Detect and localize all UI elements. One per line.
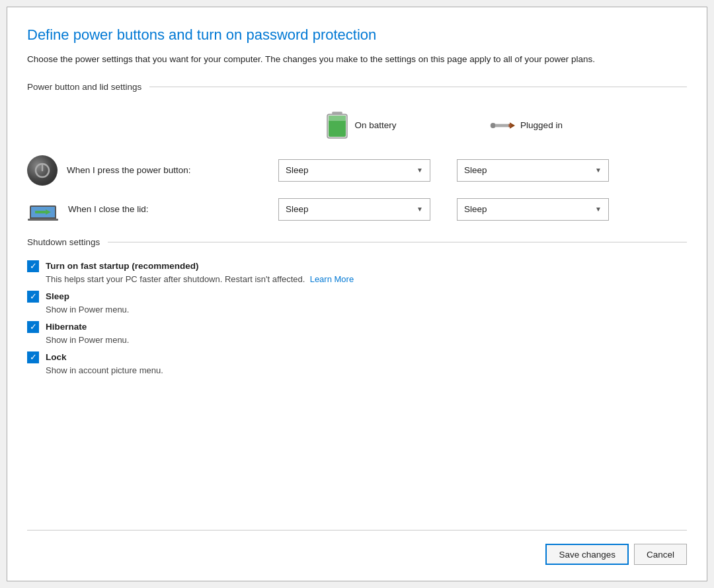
lid-row-label: When I close the lid: [68, 204, 149, 214]
lock-checkbox[interactable]: ✓ [27, 351, 39, 363]
lid-battery-dropdown[interactable]: Sleep ▼ [278, 198, 430, 221]
lock-desc: Show in account picture menu. [46, 365, 687, 375]
power-button-icon [27, 155, 58, 186]
lid-row: When I close the lid: Sleep ▼ Sleep ▼ [27, 198, 687, 221]
learn-more-link[interactable]: Learn More [310, 274, 354, 284]
page-title: Define power buttons and turn on passwor… [27, 26, 687, 45]
hibernate-desc: Show in Power menu. [46, 335, 687, 345]
hibernate-checkbox[interactable]: ✓ [27, 321, 39, 333]
svg-point-4 [491, 123, 496, 128]
section2-title: Shutdown settings [27, 237, 100, 247]
power-button-battery-arrow: ▼ [416, 166, 423, 174]
plugged-column-label: Plugged in [520, 120, 563, 130]
bottom-bar: Save changes Cancel [27, 530, 687, 565]
section1-header: Power button and lid settings [27, 82, 687, 92]
battery-icon [325, 112, 349, 139]
plugged-column-header: Plugged in [444, 110, 609, 146]
fast-startup-row: ✓ Turn on fast startup (recommended) [27, 260, 687, 272]
lid-battery-arrow: ▼ [416, 205, 423, 213]
fast-startup-checkbox[interactable]: ✓ [27, 260, 39, 272]
sleep-row: ✓ Sleep [27, 291, 687, 303]
lid-plugged-arrow: ▼ [595, 205, 602, 213]
main-window: Define power buttons and turn on passwor… [7, 7, 707, 581]
lid-plugged-dropdown[interactable]: Sleep ▼ [457, 198, 609, 221]
power-button-label-group: When I press the power button: [27, 155, 278, 186]
page-description: Choose the power settings that you want … [27, 53, 675, 66]
power-button-battery-value: Sleep [286, 165, 309, 175]
section1-divider [149, 87, 687, 87]
svg-rect-14 [35, 211, 46, 213]
fast-startup-item: ✓ Turn on fast startup (recommended) Thi… [27, 260, 687, 284]
power-button-row-label: When I press the power button: [67, 165, 191, 175]
section2-divider [108, 242, 687, 242]
lock-label: Lock [46, 352, 67, 362]
section2-header: Shutdown settings [27, 237, 687, 247]
svg-rect-15 [28, 219, 58, 221]
battery-column-header: On battery [278, 105, 444, 151]
battery-column-label: On battery [354, 120, 396, 130]
lock-item: ✓ Lock Show in account picture menu. [27, 351, 687, 375]
svg-rect-3 [329, 116, 346, 121]
lid-label-group: When I close the lid: [27, 198, 278, 221]
laptop-lid-icon [27, 198, 59, 221]
save-button[interactable]: Save changes [545, 544, 629, 565]
svg-rect-5 [495, 124, 510, 127]
hibernate-label: Hibernate [46, 322, 87, 332]
hibernate-item: ✓ Hibernate Show in Power menu. [27, 321, 687, 345]
power-button-battery-dropdown[interactable]: Sleep ▼ [278, 159, 430, 182]
column-headers: On battery Plugged in [27, 105, 687, 151]
sleep-item: ✓ Sleep Show in Power menu. [27, 291, 687, 314]
power-button-plugged-value: Sleep [464, 165, 487, 175]
sleep-checkbox[interactable]: ✓ [27, 291, 39, 303]
shutdown-section: Shutdown settings ✓ Turn on fast startup… [27, 237, 687, 382]
plug-icon [490, 117, 515, 134]
sleep-label: Sleep [46, 291, 69, 301]
hibernate-row: ✓ Hibernate [27, 321, 687, 333]
fast-startup-desc: This helps start your PC faster after sh… [46, 274, 687, 284]
lock-row: ✓ Lock [27, 351, 687, 363]
svg-rect-7 [509, 124, 512, 127]
lid-plugged-value: Sleep [464, 204, 487, 214]
section1-title: Power button and lid settings [27, 82, 141, 92]
sleep-desc: Show in Power menu. [46, 305, 687, 314]
fast-startup-label: Turn on fast startup (recommended) [46, 261, 199, 271]
cancel-button[interactable]: Cancel [634, 544, 687, 565]
power-button-plugged-dropdown[interactable]: Sleep ▼ [457, 159, 609, 182]
lid-battery-value: Sleep [286, 204, 309, 214]
power-button-row: When I press the power button: Sleep ▼ S… [27, 155, 687, 186]
power-button-plugged-arrow: ▼ [595, 166, 602, 174]
